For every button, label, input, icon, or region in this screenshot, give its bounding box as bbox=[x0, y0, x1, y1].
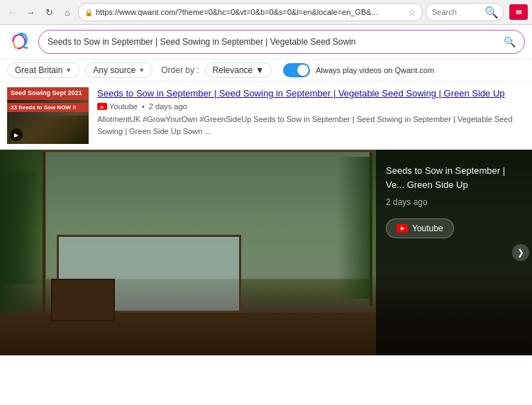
qwant-logo bbox=[7, 29, 33, 55]
result-description: AllotmentUK #GrowYourOwn #GreenSideUp Se… bbox=[97, 113, 525, 137]
qwant-search-icon: 🔍 bbox=[504, 36, 516, 48]
garden-box bbox=[51, 279, 115, 321]
region-arrow-icon: ▼ bbox=[65, 67, 72, 74]
order-by-label: Order by : bbox=[161, 65, 199, 75]
relevance-arrow-icon: ▼ bbox=[255, 65, 264, 75]
foliage-left bbox=[0, 171, 46, 284]
address-bar[interactable]: 🔒 ☆ bbox=[78, 3, 423, 21]
thumbnail-title-line1: Seed Sowing Sept 2021 bbox=[7, 87, 89, 100]
results-area: Seed Sowing Sept 2021 23 Seeds to Sow NO… bbox=[0, 82, 532, 150]
source-name: Youtube bbox=[109, 102, 138, 111]
qwant-search-bar[interactable]: 🔍 bbox=[38, 30, 525, 54]
result-meta: ▶ Youtube • 2 days ago bbox=[97, 102, 525, 111]
source-filter[interactable]: Any source ▼ bbox=[85, 62, 153, 78]
source-label: Any source bbox=[93, 65, 135, 75]
next-icon: ❯ bbox=[517, 248, 524, 257]
relevance-filter[interactable]: Relevance ▼ bbox=[205, 62, 272, 78]
youtube-watch-button[interactable]: ▶ Youtube bbox=[386, 218, 454, 238]
thumbnail-title-line2: 23 Seeds to Sow NOW !! bbox=[7, 103, 89, 112]
qwant-search-row: 🔍 bbox=[0, 25, 532, 60]
youtube-btn-label: Youtube bbox=[412, 223, 443, 233]
autoplay-toggle[interactable] bbox=[283, 63, 310, 77]
result-thumbnail[interactable]: Seed Sowing Sept 2021 23 Seeds to Sow NO… bbox=[7, 87, 89, 144]
result-content: Seeds to Sow in September | Seed Sowing … bbox=[97, 87, 525, 137]
autoplay-label: Always play videos on Qwant.com bbox=[316, 66, 434, 74]
result-item: Seed Sowing Sept 2021 23 Seeds to Sow NO… bbox=[7, 87, 525, 144]
next-video-button[interactable]: ❯ bbox=[512, 244, 529, 261]
youtube-btn-icon: ▶ bbox=[397, 224, 408, 233]
source-arrow-icon: ▼ bbox=[138, 67, 145, 74]
browser-search-box[interactable]: 🔍 bbox=[426, 3, 504, 21]
region-filter[interactable]: Great Britain ▼ bbox=[7, 62, 79, 78]
relevance-label: Relevance bbox=[213, 65, 253, 75]
time-ago: 2 days ago bbox=[149, 102, 187, 111]
video-section: Seeds to Sow in September | Ve... Green … bbox=[0, 150, 532, 355]
back-button[interactable]: ← bbox=[4, 4, 20, 20]
home-button[interactable]: ⌂ bbox=[60, 4, 75, 20]
browser-chrome: ← → ↻ ⌂ 🔒 ☆ 🔍 ✉ bbox=[0, 0, 532, 25]
result-title[interactable]: Seeds to Sow in September | Seed Sowing … bbox=[97, 87, 525, 100]
browser-toolbar: ← → ↻ ⌂ 🔒 ☆ 🔍 ✉ bbox=[0, 0, 532, 24]
youtube-icon: ▶ bbox=[97, 103, 107, 110]
foliage-right bbox=[337, 157, 372, 299]
filter-row: Great Britain ▼ Any source ▼ Order by : … bbox=[0, 60, 532, 82]
source-badge: ▶ Youtube bbox=[97, 102, 138, 111]
forward-button[interactable]: → bbox=[23, 4, 38, 20]
video-panel-title: Seeds to Sow in September | Ve... Green … bbox=[386, 164, 522, 192]
play-button[interactable]: ▶ bbox=[10, 128, 23, 141]
refresh-button[interactable]: ↻ bbox=[41, 4, 57, 20]
region-label: Great Britain bbox=[15, 65, 62, 75]
search-icon: 🔍 bbox=[484, 6, 499, 19]
video-panel-date: 2 days ago bbox=[386, 197, 522, 207]
url-input[interactable] bbox=[96, 8, 405, 16]
video-info-panel: Seeds to Sow in September | Ve... Green … bbox=[376, 150, 532, 355]
mail-button[interactable]: ✉ bbox=[509, 4, 528, 20]
lock-icon: 🔒 bbox=[84, 9, 93, 16]
qwant-search-input[interactable] bbox=[48, 37, 498, 47]
bookmark-icon[interactable]: ☆ bbox=[408, 7, 416, 18]
browser-search-input[interactable] bbox=[432, 8, 482, 16]
dot-separator: • bbox=[142, 102, 145, 111]
